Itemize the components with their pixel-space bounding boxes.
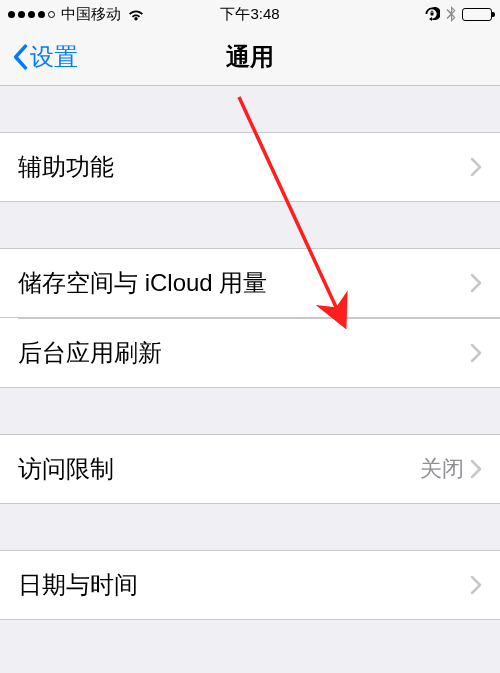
page-title: 通用 (226, 41, 274, 73)
carrier-label: 中国移动 (61, 5, 121, 24)
chevron-right-icon (470, 343, 482, 363)
cell-label: 辅助功能 (18, 151, 470, 183)
cell-accessibility[interactable]: 辅助功能 (0, 132, 500, 202)
battery-icon (462, 8, 492, 21)
settings-group: 储存空间与 iCloud 用量 后台应用刷新 (0, 248, 500, 388)
cell-label: 后台应用刷新 (18, 337, 470, 369)
cell-label: 日期与时间 (18, 569, 470, 601)
wifi-icon (127, 8, 145, 21)
nav-bar: 设置 通用 (0, 28, 500, 86)
status-right (424, 6, 492, 22)
back-label: 设置 (30, 41, 78, 73)
status-left: 中国移动 (8, 5, 145, 24)
signal-strength-icon (8, 11, 55, 18)
cell-label: 储存空间与 iCloud 用量 (18, 267, 470, 299)
cell-background-refresh[interactable]: 后台应用刷新 (0, 318, 500, 388)
cell-restrictions[interactable]: 访问限制 关闭 (0, 434, 500, 504)
chevron-right-icon (470, 575, 482, 595)
rotation-lock-icon (424, 6, 440, 22)
svg-rect-0 (431, 13, 434, 16)
cell-datetime[interactable]: 日期与时间 (0, 550, 500, 620)
status-bar: 中国移动 下午3:48 (0, 0, 500, 28)
settings-group: 访问限制 关闭 (0, 434, 500, 504)
cell-value: 关闭 (420, 454, 464, 484)
bluetooth-icon (446, 6, 456, 22)
chevron-right-icon (470, 157, 482, 177)
back-button[interactable]: 设置 (4, 28, 86, 85)
cell-label: 访问限制 (18, 453, 420, 485)
chevron-right-icon (470, 459, 482, 479)
chevron-left-icon (12, 44, 28, 70)
chevron-right-icon (470, 273, 482, 293)
settings-group: 辅助功能 (0, 132, 500, 202)
cell-storage[interactable]: 储存空间与 iCloud 用量 (0, 248, 500, 318)
settings-group: 日期与时间 (0, 550, 500, 620)
